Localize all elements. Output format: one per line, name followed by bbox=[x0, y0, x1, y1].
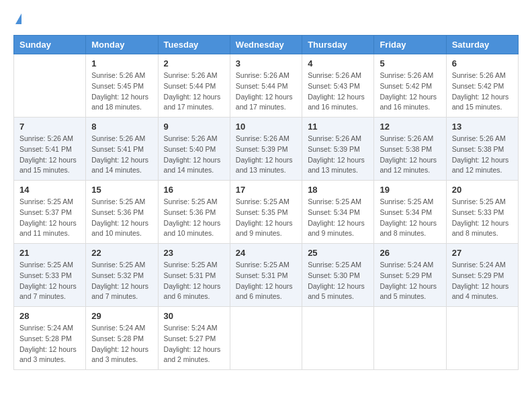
calendar-cell: 24Sunrise: 5:25 AM Sunset: 5:31 PM Dayli… bbox=[230, 244, 302, 307]
calendar-cell: 17Sunrise: 5:25 AM Sunset: 5:35 PM Dayli… bbox=[230, 181, 302, 244]
calendar-cell: 22Sunrise: 5:25 AM Sunset: 5:32 PM Dayli… bbox=[86, 244, 158, 307]
day-number: 9 bbox=[164, 122, 224, 132]
calendar-cell bbox=[446, 307, 518, 370]
day-number: 20 bbox=[452, 185, 513, 195]
day-info: Sunrise: 5:25 AM Sunset: 5:36 PM Dayligh… bbox=[91, 197, 152, 239]
calendar-cell: 3Sunrise: 5:26 AM Sunset: 5:44 PM Daylig… bbox=[230, 54, 302, 118]
calendar-cell: 9Sunrise: 5:26 AM Sunset: 5:40 PM Daylig… bbox=[158, 118, 230, 181]
calendar-cell bbox=[230, 307, 302, 370]
calendar-cell: 8Sunrise: 5:26 AM Sunset: 5:41 PM Daylig… bbox=[86, 118, 158, 181]
day-number: 5 bbox=[380, 58, 440, 68]
day-number: 6 bbox=[452, 58, 513, 68]
day-info: Sunrise: 5:25 AM Sunset: 5:34 PM Dayligh… bbox=[308, 197, 368, 239]
week-row-4: 21Sunrise: 5:25 AM Sunset: 5:33 PM Dayli… bbox=[14, 244, 519, 307]
day-number: 23 bbox=[164, 248, 224, 258]
day-info: Sunrise: 5:26 AM Sunset: 5:44 PM Dayligh… bbox=[236, 71, 296, 113]
weekday-header-saturday: Saturday bbox=[446, 36, 518, 54]
calendar-cell: 18Sunrise: 5:25 AM Sunset: 5:34 PM Dayli… bbox=[302, 181, 374, 244]
weekday-header-friday: Friday bbox=[374, 36, 446, 54]
day-number: 19 bbox=[380, 185, 440, 195]
calendar-cell: 29Sunrise: 5:24 AM Sunset: 5:28 PM Dayli… bbox=[86, 307, 158, 370]
day-number: 3 bbox=[236, 58, 296, 68]
week-row-1: 1Sunrise: 5:26 AM Sunset: 5:45 PM Daylig… bbox=[14, 54, 519, 118]
day-number: 14 bbox=[19, 185, 80, 195]
calendar-cell bbox=[374, 307, 446, 370]
calendar-body: 1Sunrise: 5:26 AM Sunset: 5:45 PM Daylig… bbox=[14, 54, 519, 370]
day-info: Sunrise: 5:25 AM Sunset: 5:34 PM Dayligh… bbox=[380, 197, 440, 239]
day-info: Sunrise: 5:25 AM Sunset: 5:33 PM Dayligh… bbox=[452, 197, 513, 239]
week-row-2: 7Sunrise: 5:26 AM Sunset: 5:41 PM Daylig… bbox=[14, 118, 519, 181]
logo bbox=[13, 13, 21, 24]
calendar-cell: 6Sunrise: 5:26 AM Sunset: 5:42 PM Daylig… bbox=[446, 54, 518, 118]
day-number: 10 bbox=[236, 122, 296, 132]
day-number: 11 bbox=[308, 122, 368, 132]
week-row-3: 14Sunrise: 5:25 AM Sunset: 5:37 PM Dayli… bbox=[14, 181, 519, 244]
calendar-cell: 26Sunrise: 5:24 AM Sunset: 5:29 PM Dayli… bbox=[374, 244, 446, 307]
calendar-cell: 28Sunrise: 5:24 AM Sunset: 5:28 PM Dayli… bbox=[14, 307, 86, 370]
day-info: Sunrise: 5:26 AM Sunset: 5:38 PM Dayligh… bbox=[452, 134, 513, 176]
day-number: 22 bbox=[91, 248, 152, 258]
calendar-cell: 23Sunrise: 5:25 AM Sunset: 5:31 PM Dayli… bbox=[158, 244, 230, 307]
day-info: Sunrise: 5:26 AM Sunset: 5:41 PM Dayligh… bbox=[19, 134, 80, 176]
calendar-cell: 19Sunrise: 5:25 AM Sunset: 5:34 PM Dayli… bbox=[374, 181, 446, 244]
day-info: Sunrise: 5:26 AM Sunset: 5:43 PM Dayligh… bbox=[308, 71, 368, 113]
day-number: 27 bbox=[452, 248, 513, 258]
day-info: Sunrise: 5:25 AM Sunset: 5:32 PM Dayligh… bbox=[91, 260, 152, 302]
day-info: Sunrise: 5:24 AM Sunset: 5:27 PM Dayligh… bbox=[164, 323, 224, 365]
calendar-cell: 2Sunrise: 5:26 AM Sunset: 5:44 PM Daylig… bbox=[158, 54, 230, 118]
day-number: 21 bbox=[19, 248, 80, 258]
day-info: Sunrise: 5:25 AM Sunset: 5:33 PM Dayligh… bbox=[19, 260, 80, 302]
day-number: 17 bbox=[236, 185, 296, 195]
day-number: 16 bbox=[164, 185, 224, 195]
day-info: Sunrise: 5:24 AM Sunset: 5:29 PM Dayligh… bbox=[380, 260, 440, 302]
calendar-cell: 14Sunrise: 5:25 AM Sunset: 5:37 PM Dayli… bbox=[14, 181, 86, 244]
calendar-cell: 15Sunrise: 5:25 AM Sunset: 5:36 PM Dayli… bbox=[86, 181, 158, 244]
day-info: Sunrise: 5:25 AM Sunset: 5:30 PM Dayligh… bbox=[308, 260, 368, 302]
weekday-header-thursday: Thursday bbox=[302, 36, 374, 54]
day-info: Sunrise: 5:26 AM Sunset: 5:39 PM Dayligh… bbox=[308, 134, 368, 176]
day-info: Sunrise: 5:25 AM Sunset: 5:31 PM Dayligh… bbox=[236, 260, 296, 302]
calendar-cell: 11Sunrise: 5:26 AM Sunset: 5:39 PM Dayli… bbox=[302, 118, 374, 181]
day-info: Sunrise: 5:26 AM Sunset: 5:44 PM Dayligh… bbox=[164, 71, 224, 113]
day-number: 30 bbox=[164, 311, 224, 321]
day-info: Sunrise: 5:25 AM Sunset: 5:31 PM Dayligh… bbox=[164, 260, 224, 302]
day-number: 12 bbox=[380, 122, 440, 132]
calendar-cell: 16Sunrise: 5:25 AM Sunset: 5:36 PM Dayli… bbox=[158, 181, 230, 244]
day-number: 1 bbox=[91, 58, 152, 68]
weekday-header-wednesday: Wednesday bbox=[230, 36, 302, 54]
calendar-cell: 5Sunrise: 5:26 AM Sunset: 5:42 PM Daylig… bbox=[374, 54, 446, 118]
day-number: 18 bbox=[308, 185, 368, 195]
day-info: Sunrise: 5:25 AM Sunset: 5:37 PM Dayligh… bbox=[19, 197, 80, 239]
calendar-header: SundayMondayTuesdayWednesdayThursdayFrid… bbox=[14, 36, 519, 54]
weekday-header-sunday: Sunday bbox=[14, 36, 86, 54]
calendar-cell bbox=[302, 307, 374, 370]
calendar-cell: 10Sunrise: 5:26 AM Sunset: 5:39 PM Dayli… bbox=[230, 118, 302, 181]
calendar-cell: 25Sunrise: 5:25 AM Sunset: 5:30 PM Dayli… bbox=[302, 244, 374, 307]
week-row-5: 28Sunrise: 5:24 AM Sunset: 5:28 PM Dayli… bbox=[14, 307, 519, 370]
day-info: Sunrise: 5:24 AM Sunset: 5:29 PM Dayligh… bbox=[452, 260, 513, 302]
day-info: Sunrise: 5:26 AM Sunset: 5:39 PM Dayligh… bbox=[236, 134, 296, 176]
weekday-header-row: SundayMondayTuesdayWednesdayThursdayFrid… bbox=[14, 36, 519, 54]
header bbox=[13, 13, 519, 24]
day-number: 4 bbox=[308, 58, 368, 68]
day-info: Sunrise: 5:26 AM Sunset: 5:42 PM Dayligh… bbox=[452, 71, 513, 113]
day-number: 15 bbox=[91, 185, 152, 195]
calendar-cell: 12Sunrise: 5:26 AM Sunset: 5:38 PM Dayli… bbox=[374, 118, 446, 181]
calendar-cell: 27Sunrise: 5:24 AM Sunset: 5:29 PM Dayli… bbox=[446, 244, 518, 307]
calendar-cell: 7Sunrise: 5:26 AM Sunset: 5:41 PM Daylig… bbox=[14, 118, 86, 181]
calendar-cell: 21Sunrise: 5:25 AM Sunset: 5:33 PM Dayli… bbox=[14, 244, 86, 307]
day-info: Sunrise: 5:26 AM Sunset: 5:41 PM Dayligh… bbox=[91, 134, 152, 176]
calendar-cell: 20Sunrise: 5:25 AM Sunset: 5:33 PM Dayli… bbox=[446, 181, 518, 244]
day-number: 7 bbox=[19, 122, 80, 132]
calendar-cell: 13Sunrise: 5:26 AM Sunset: 5:38 PM Dayli… bbox=[446, 118, 518, 181]
calendar-table: SundayMondayTuesdayWednesdayThursdayFrid… bbox=[13, 35, 519, 370]
day-info: Sunrise: 5:25 AM Sunset: 5:36 PM Dayligh… bbox=[164, 197, 224, 239]
day-number: 26 bbox=[380, 248, 440, 258]
calendar-cell: 30Sunrise: 5:24 AM Sunset: 5:27 PM Dayli… bbox=[158, 307, 230, 370]
calendar-cell: 4Sunrise: 5:26 AM Sunset: 5:43 PM Daylig… bbox=[302, 54, 374, 118]
logo-triangle-icon bbox=[15, 13, 21, 24]
day-number: 13 bbox=[452, 122, 513, 132]
weekday-header-monday: Monday bbox=[86, 36, 158, 54]
day-info: Sunrise: 5:25 AM Sunset: 5:35 PM Dayligh… bbox=[236, 197, 296, 239]
day-number: 28 bbox=[19, 311, 80, 321]
